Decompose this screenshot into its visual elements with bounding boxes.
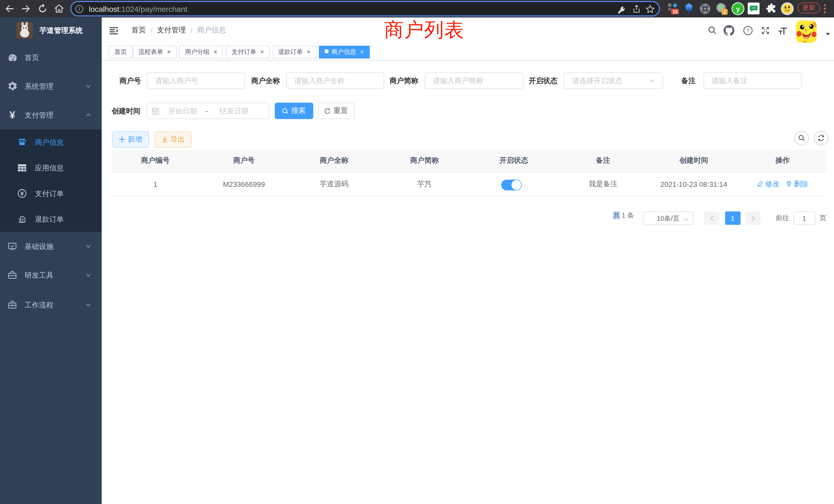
svg-text:¥: ¥ — [21, 190, 24, 197]
svg-text:y: y — [736, 5, 740, 13]
svg-text:?: ? — [746, 27, 749, 33]
svg-text:10: 10 — [673, 9, 678, 14]
svg-text:1: 1 — [723, 9, 726, 15]
